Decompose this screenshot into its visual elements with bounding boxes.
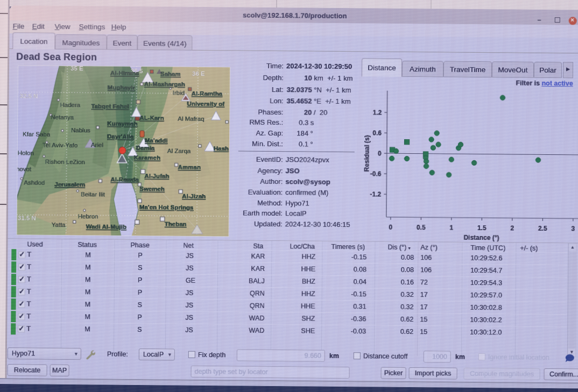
svg-text:Swemeh: Swemeh	[139, 186, 165, 192]
svg-text:Al Zarqa: Al Zarqa	[167, 147, 191, 154]
svg-text:Al-Himma: Al-Himma	[110, 70, 139, 76]
svg-text:Tel Aviv-Yafo: Tel Aviv-Yafo	[43, 142, 78, 149]
svg-text:1.5: 1.5	[477, 224, 487, 232]
svg-text:Kfar Saba: Kfar Saba	[23, 131, 51, 137]
svg-text:Holon: Holon	[18, 149, 34, 156]
svg-text:Damia: Damia	[136, 145, 155, 151]
svg-text:3: 3	[571, 225, 575, 232]
svg-text:Yatta: Yatta	[52, 222, 66, 228]
svg-text:Ma'addi: Ma'addi	[145, 137, 167, 144]
svg-text:31.5 N: 31.5 N	[18, 215, 36, 221]
svg-text:Al-Jufah: Al-Jufah	[144, 173, 169, 179]
svg-text:Netanya: Netanya	[51, 114, 74, 120]
svg-text:Ashdod: Ashdod	[24, 179, 45, 186]
svg-text:Hadera: Hadera	[60, 102, 80, 108]
svg-text:Theban: Theban	[165, 220, 187, 227]
svg-text:Hebron: Hebron	[78, 213, 98, 219]
svg-text:ehovot: ehovot	[17, 166, 32, 172]
svg-text:AL-Karn: AL-Karn	[139, 115, 164, 121]
svg-text:Residual (s): Residual (s)	[363, 135, 371, 172]
svg-text:32.5 N: 32.5 N	[20, 92, 38, 99]
svg-text:Distance (°): Distance (°)	[463, 234, 499, 242]
svg-text:Al-Mashargah: Al-Mashargah	[144, 81, 185, 88]
svg-text:Amman: Amman	[178, 164, 201, 170]
svg-text:2.5: 2.5	[538, 225, 547, 232]
svg-text:0: 0	[378, 150, 382, 158]
svg-text:Kuraymah: Kuraymah	[107, 120, 137, 127]
svg-text:Irbid: Irbid	[173, 90, 185, 96]
svg-text:1: 1	[449, 224, 453, 232]
svg-text:0.5: 0.5	[417, 224, 426, 231]
svg-text:Al Mafraq: Al Mafraq	[178, 116, 204, 122]
svg-text:Al-Rawda: Al-Rawda	[110, 176, 139, 183]
svg-text:Tabqet Fahel: Tabqet Fahel	[91, 103, 129, 110]
svg-text:-0.6: -0.6	[370, 170, 382, 177]
svg-text:Nablus: Nablus	[71, 127, 90, 133]
svg-text:Rishon LeZion: Rishon LeZion	[45, 159, 85, 166]
svg-text:Ariel: Ariel	[91, 141, 103, 148]
svg-text:Beitar Ilit: Beitar Ilit	[81, 191, 105, 197]
svg-text:36 E: 36 E	[192, 70, 205, 77]
svg-text:Al-Ramtha: Al-Ramtha	[192, 90, 223, 97]
svg-text:1.2: 1.2	[373, 109, 382, 116]
svg-text:Mughayir: Mughayir	[108, 84, 136, 91]
svg-text:Karameh: Karameh	[134, 154, 160, 161]
svg-text:Al-Jizah: Al-Jizah	[182, 193, 206, 199]
svg-text:0: 0	[389, 224, 392, 231]
svg-text:Dayr'Alla: Dayr'Alla	[107, 133, 134, 140]
svg-text:-1.2: -1.2	[370, 190, 381, 198]
svg-text:Jerusalem: Jerusalem	[54, 181, 85, 188]
svg-text:2: 2	[510, 224, 514, 232]
svg-text:0.6: 0.6	[372, 129, 382, 137]
svg-text:Ma'en Hot Springs: Ma'en Hot Springs	[139, 204, 194, 211]
svg-text:Saham: Saham	[160, 70, 181, 77]
svg-text:Wadi Al-Mujib: Wadi Al-Mujib	[86, 223, 126, 230]
